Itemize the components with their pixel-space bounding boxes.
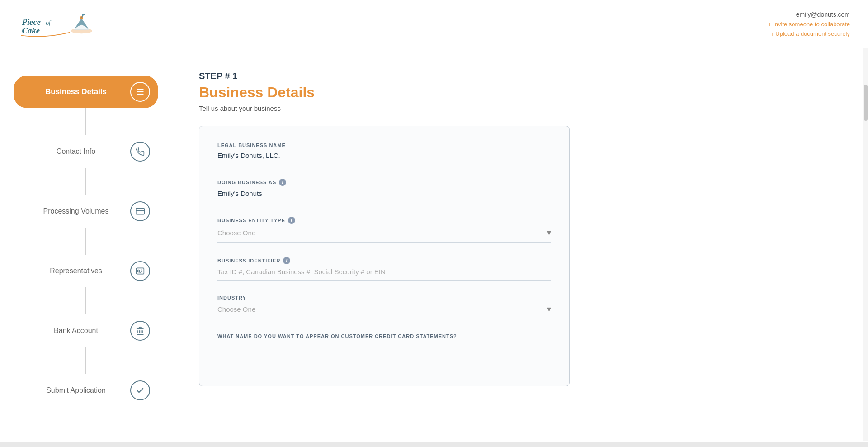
upload-link[interactable]: ↑ Upload a document securely: [771, 30, 850, 37]
sidebar-item-submit-application[interactable]: Submit Application: [0, 374, 172, 407]
sidebar-label-contact-info: Contact Info: [22, 147, 130, 156]
sidebar-step-representatives[interactable]: Representatives: [14, 255, 158, 287]
chevron-down-icon: ▾: [547, 228, 551, 238]
placeholder-industry: Choose One: [217, 305, 255, 313]
id-card-icon: [130, 261, 150, 281]
sidebar-step-submit-application[interactable]: Submit Application: [14, 374, 158, 407]
svg-text:Cake: Cake: [22, 26, 40, 35]
field-industry: INDUSTRY Choose One ▾: [217, 295, 551, 319]
value-legal-business-name[interactable]: Emily's Donuts, LLC.: [217, 152, 551, 164]
input-business-identifier[interactable]: Tax ID #, Canadian Business #, Social Se…: [217, 268, 551, 281]
content-area: STEP # 1 Business Details Tell us about …: [172, 48, 863, 441]
info-icon-doing-business-as[interactable]: i: [279, 179, 286, 186]
step-subtitle: Tell us about your business: [199, 105, 835, 112]
list-icon: [130, 82, 150, 102]
bank-icon: [130, 321, 150, 341]
logo: Piece of Cake: [18, 8, 95, 40]
sidebar-item-bank-account[interactable]: Bank Account: [0, 314, 172, 374]
step-number: STEP # 1: [199, 71, 835, 81]
check-icon: [130, 380, 150, 400]
label-doing-business-as: DOING BUSINESS AS i: [217, 179, 551, 186]
logo-image: Piece of Cake: [18, 8, 95, 40]
field-business-identifier: BUSINESS IDENTIFIER i Tax ID #, Canadian…: [217, 257, 551, 281]
info-icon-entity-type[interactable]: i: [288, 217, 295, 224]
label-business-entity-type: BUSINESS ENTITY TYPE i: [217, 217, 551, 224]
svg-text:Piece: Piece: [22, 17, 41, 27]
sidebar-step-bank-account[interactable]: Bank Account: [14, 314, 158, 347]
sidebar-label-representatives: Representatives: [22, 267, 130, 275]
svg-point-12: [137, 270, 140, 272]
header-right: emily@donuts.com + Invite someone to col…: [768, 11, 850, 37]
label-industry: INDUSTRY: [217, 295, 551, 300]
invite-link[interactable]: + Invite someone to collaborate: [768, 21, 850, 28]
select-industry[interactable]: Choose One ▾: [217, 304, 551, 319]
svg-marker-18: [137, 327, 143, 329]
value-doing-business-as[interactable]: Emily's Donuts: [217, 190, 551, 202]
horizontal-scrollbar[interactable]: [0, 442, 868, 447]
field-business-entity-type: BUSINESS ENTITY TYPE i Choose One ▾: [217, 217, 551, 243]
sidebar: Business Details Contact Info: [0, 48, 172, 441]
svg-text:of: of: [46, 19, 52, 26]
select-business-entity-type[interactable]: Choose One ▾: [217, 228, 551, 243]
input-credit-card-statement[interactable]: [217, 342, 551, 355]
content-wrapper: STEP # 1 Business Details Tell us about …: [172, 48, 868, 441]
sidebar-step-contact-info[interactable]: Contact Info: [14, 135, 158, 168]
label-business-identifier: BUSINESS IDENTIFIER i: [217, 257, 551, 264]
page-header: Piece of Cake emily@donuts.com + Invite …: [0, 0, 868, 48]
main-layout: Business Details Contact Info: [0, 48, 868, 441]
sidebar-item-processing-volumes[interactable]: Processing Volumes: [0, 195, 172, 255]
credit-card-icon: [130, 201, 150, 221]
field-credit-card-statement: WHAT NAME DO YOU WANT TO APPEAR ON CUSTO…: [217, 333, 551, 355]
phone-icon: [130, 142, 150, 162]
sidebar-item-business-details[interactable]: Business Details: [0, 76, 172, 135]
chevron-down-icon-industry: ▾: [547, 304, 551, 314]
sidebar-label-business-details: Business Details: [22, 87, 130, 96]
user-email: emily@donuts.com: [796, 11, 850, 18]
form-card: LEGAL BUSINESS NAME Emily's Donuts, LLC.…: [199, 126, 570, 386]
sidebar-label-submit-application: Submit Application: [22, 386, 130, 395]
label-legal-business-name: LEGAL BUSINESS NAME: [217, 143, 551, 148]
svg-point-2: [82, 13, 85, 16]
field-legal-business-name: LEGAL BUSINESS NAME Emily's Donuts, LLC.: [217, 143, 551, 164]
sidebar-label-bank-account: Bank Account: [22, 327, 130, 335]
sidebar-label-processing-volumes: Processing Volumes: [22, 207, 130, 215]
sidebar-item-contact-info[interactable]: Contact Info: [0, 135, 172, 195]
sidebar-step-business-details[interactable]: Business Details: [14, 76, 158, 108]
field-doing-business-as: DOING BUSINESS AS i Emily's Donuts: [217, 179, 551, 202]
info-icon-identifier[interactable]: i: [283, 257, 290, 264]
sidebar-step-processing-volumes[interactable]: Processing Volumes: [14, 195, 158, 228]
sidebar-item-representatives[interactable]: Representatives: [0, 255, 172, 314]
scrollbar-thumb[interactable]: [864, 85, 868, 121]
label-credit-card-statement: WHAT NAME DO YOU WANT TO APPEAR ON CUSTO…: [217, 333, 551, 339]
svg-rect-9: [136, 208, 144, 214]
placeholder-entity-type: Choose One: [217, 229, 255, 237]
vertical-scrollbar[interactable]: [863, 48, 868, 441]
step-title: Business Details: [199, 84, 835, 101]
